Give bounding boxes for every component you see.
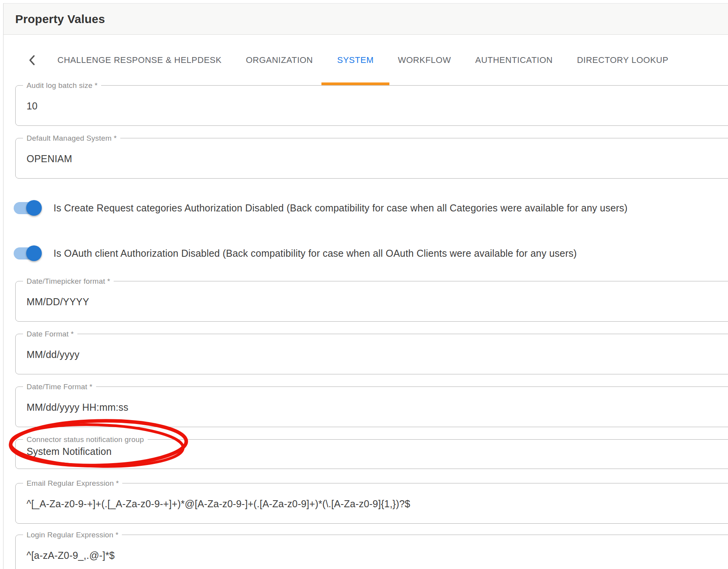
field-login-regular-expression[interactable]: Login Regular Expression * ^[a-zA-Z0-9_,… xyxy=(15,535,728,569)
field-value: MM/DD/YYYY xyxy=(16,281,728,308)
page-title: Property Values xyxy=(15,13,105,26)
tab-workflow[interactable]: WORKFLOW xyxy=(398,35,451,85)
field-date-timepicker-format[interactable]: Date/Timepicker format * MM/DD/YYYY xyxy=(15,281,728,322)
field-value: ^[_A-Za-z0-9-+]+(.[_A-Za-z0-9-+]+)*@[A-Z… xyxy=(16,483,728,510)
field-value: MM/dd/yyyy HH:mm:ss xyxy=(16,387,728,413)
field-label: Date Format * xyxy=(23,330,77,338)
field-value: ^[a-zA-Z0-9_,.@-]*$ xyxy=(16,535,728,561)
field-value: OPENIAM xyxy=(16,138,728,165)
toggle-row-oauth-client: Is OAuth client Authorization Disabled (… xyxy=(14,236,728,270)
page-header: Property Values xyxy=(4,4,728,35)
tab-organization[interactable]: ORGANIZATION xyxy=(246,35,313,85)
field-label: Login Regular Expression * xyxy=(23,531,122,539)
tab-directory-lookup[interactable]: DIRECTORY LOOKUP xyxy=(577,35,668,85)
toggle-row-create-request-categories: Is Create Request categories Authorizati… xyxy=(14,191,728,225)
field-audit-log-batch-size[interactable]: Audit log batch size * 10 xyxy=(15,85,728,126)
field-date-format[interactable]: Date Format * MM/dd/yyyy xyxy=(15,334,728,374)
tab-authentication[interactable]: AUTHENTICATION xyxy=(475,35,553,85)
field-label: Audit log batch size * xyxy=(23,81,101,90)
tab-system[interactable]: SYSTEM xyxy=(337,35,373,85)
field-label: Default Managed System * xyxy=(23,134,120,143)
field-connector-status-notification-group[interactable]: Connector status notification group Syst… xyxy=(15,439,728,469)
field-label: Date/Time Format * xyxy=(23,383,96,391)
tab-challenge-response-helpdesk[interactable]: CHALLENGE RESPONSE & HELPDESK xyxy=(57,35,221,85)
toggle-label: Is OAuth client Authorization Disabled (… xyxy=(54,248,577,259)
chevron-left-icon[interactable] xyxy=(27,55,37,65)
create-request-categories-toggle[interactable] xyxy=(14,199,42,217)
field-label: Email Regular Expression * xyxy=(23,479,122,488)
field-default-managed-system[interactable]: Default Managed System * OPENIAM xyxy=(15,138,728,179)
tab-bar: CHALLENGE RESPONSE & HELPDESK ORGANIZATI… xyxy=(4,35,728,85)
toggle-label: Is Create Request categories Authorizati… xyxy=(54,202,628,214)
field-label: Date/Timepicker format * xyxy=(23,277,114,286)
toggle-thumb xyxy=(26,200,42,216)
field-label: Connector status notification group xyxy=(23,435,148,444)
field-date-time-format[interactable]: Date/Time Format * MM/dd/yyyy HH:mm:ss xyxy=(15,386,728,427)
property-values-panel: Property Values CHALLENGE RESPONSE & HEL… xyxy=(3,3,728,569)
oauth-client-toggle[interactable] xyxy=(14,244,42,263)
field-value: MM/dd/yyyy xyxy=(16,334,728,360)
field-email-regular-expression[interactable]: Email Regular Expression * ^[_A-Za-z0-9-… xyxy=(15,483,728,524)
field-value: 10 xyxy=(16,86,728,112)
toggle-thumb xyxy=(26,245,42,261)
